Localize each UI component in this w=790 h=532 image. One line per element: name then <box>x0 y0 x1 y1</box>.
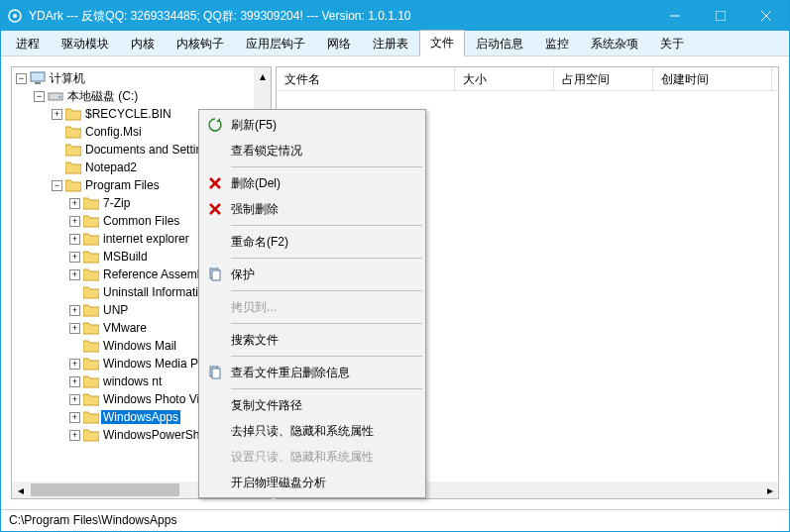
menu-separator <box>231 166 422 167</box>
scroll-left-button[interactable]: ◂ <box>12 481 29 498</box>
window-title: YDArk --- 反馈QQ: 3269334485; QQ群: 3993092… <box>29 8 652 25</box>
menu-item[interactable]: 复制文件路径 <box>201 392 423 418</box>
toggle-blank <box>52 145 62 156</box>
menu-item[interactable]: 开启物理磁盘分析 <box>201 470 423 495</box>
folder-icon <box>65 160 81 174</box>
expand-icon[interactable]: + <box>69 216 80 227</box>
tab-进程[interactable]: 进程 <box>5 31 51 56</box>
menu-item-label: 查看锁定情况 <box>231 143 302 160</box>
tree-node-label: VMware <box>101 321 149 335</box>
expand-icon[interactable]: + <box>69 234 80 245</box>
folder-icon <box>48 89 63 103</box>
menu-item[interactable]: 保护 <box>201 262 423 287</box>
tree-node[interactable]: −本地磁盘 (C:) <box>12 87 271 105</box>
menu-item-label: 强制删除 <box>231 201 279 218</box>
tree-node-label: Program Files <box>83 178 162 192</box>
toggle-blank <box>69 341 80 352</box>
menu-item-label: 设置只读、隐藏和系统属性 <box>231 449 374 466</box>
tree-node-label: Common Files <box>101 214 181 228</box>
menu-item[interactable]: 查看文件重启删除信息 <box>201 360 423 385</box>
tree-node-label: internet explorer <box>101 232 191 246</box>
menu-item[interactable]: 搜索文件 <box>201 327 423 353</box>
expand-icon[interactable]: + <box>69 376 80 387</box>
folder-icon <box>30 71 46 85</box>
tab-内核钩子[interactable]: 内核钩子 <box>166 31 235 56</box>
menu-separator <box>231 388 422 389</box>
status-bar: C:\Program Files\WindowsApps <box>1 509 789 531</box>
menu-item[interactable]: 刷新(F5) <box>201 112 423 138</box>
collapse-icon[interactable]: − <box>34 91 45 102</box>
delete-icon <box>207 201 223 217</box>
tree-node[interactable]: −计算机 <box>12 69 271 87</box>
tab-启动信息[interactable]: 启动信息 <box>465 31 534 56</box>
tab-文件[interactable]: 文件 <box>419 30 465 56</box>
menu-item-label: 重命名(F2) <box>231 234 288 251</box>
folder-icon <box>83 250 99 264</box>
tree-node-label: WindowsPowerShell <box>101 428 213 442</box>
folder-icon <box>83 303 99 317</box>
menu-item[interactable]: 查看锁定情况 <box>201 138 423 163</box>
close-button[interactable] <box>743 1 789 31</box>
tree-node-label: MSBuild <box>101 250 150 264</box>
expand-icon[interactable]: + <box>69 394 80 405</box>
tree-node-label: WindowsApps <box>101 410 180 424</box>
svg-rect-3 <box>716 11 726 21</box>
expand-icon[interactable]: + <box>69 323 80 334</box>
folder-icon <box>83 321 99 335</box>
expand-icon[interactable]: + <box>69 198 80 209</box>
menu-item-label: 刷新(F5) <box>231 117 277 134</box>
tab-内核[interactable]: 内核 <box>120 31 166 56</box>
copy-icon <box>207 266 223 282</box>
maximize-button[interactable] <box>698 1 743 31</box>
tree-node-label: Notepad2 <box>83 160 139 174</box>
tab-关于[interactable]: 关于 <box>649 31 695 56</box>
toggle-blank <box>52 162 62 173</box>
menu-separator <box>231 356 422 357</box>
menu-separator <box>231 258 422 259</box>
copy-icon <box>207 365 223 380</box>
scroll-thumb[interactable] <box>31 483 179 496</box>
minimize-button[interactable] <box>652 1 698 31</box>
gear-icon <box>7 8 23 24</box>
folder-icon <box>65 125 81 139</box>
expand-icon[interactable]: + <box>69 430 80 441</box>
scroll-up-button[interactable]: ▴ <box>254 67 271 84</box>
folder-icon <box>65 143 81 157</box>
tree-node-label: 本地磁盘 (C:) <box>65 88 140 105</box>
expand-icon[interactable]: + <box>52 109 62 120</box>
menu-item[interactable]: 重命名(F2) <box>201 229 423 255</box>
tree-node-label: UNP <box>101 303 130 317</box>
tree-node-label: Windows Mail <box>101 339 178 353</box>
expand-icon[interactable]: + <box>69 305 80 316</box>
column-header[interactable]: 大小 <box>455 67 554 90</box>
folder-icon <box>83 428 99 442</box>
menu-item[interactable]: 去掉只读、隐藏和系统属性 <box>201 418 423 444</box>
collapse-icon[interactable]: − <box>52 180 62 191</box>
folder-icon <box>83 339 99 353</box>
column-header[interactable]: 占用空间 <box>554 67 653 90</box>
expand-icon[interactable]: + <box>69 359 80 370</box>
column-header[interactable]: 文件名 <box>277 67 455 90</box>
folder-icon <box>83 267 99 281</box>
tab-驱动模块[interactable]: 驱动模块 <box>51 31 120 56</box>
menu-item[interactable]: 强制删除 <box>201 196 423 222</box>
collapse-icon[interactable]: − <box>16 73 27 84</box>
tab-应用层钩子[interactable]: 应用层钩子 <box>235 31 316 56</box>
menu-item[interactable]: 删除(Del) <box>201 170 423 196</box>
toggle-blank <box>69 287 80 298</box>
tab-注册表[interactable]: 注册表 <box>362 31 419 56</box>
expand-icon[interactable]: + <box>69 252 80 263</box>
menu-item-label: 搜索文件 <box>231 332 279 349</box>
tab-监控[interactable]: 监控 <box>534 31 580 56</box>
tab-bar: 进程驱动模块内核内核钩子应用层钩子网络注册表文件启动信息监控系统杂项关于 <box>1 31 789 56</box>
column-header[interactable]: 创建时间 <box>653 67 772 90</box>
tree-node-label: windows nt <box>101 374 164 388</box>
expand-icon[interactable]: + <box>69 269 80 280</box>
expand-icon[interactable]: + <box>69 412 80 423</box>
app-window: YDArk --- 反馈QQ: 3269334485; QQ群: 3993092… <box>0 0 790 532</box>
scroll-right-button[interactable]: ▸ <box>761 481 778 498</box>
menu-item-label: 开启物理磁盘分析 <box>231 475 326 491</box>
tab-网络[interactable]: 网络 <box>316 31 362 56</box>
svg-rect-7 <box>35 82 41 84</box>
tab-系统杂项[interactable]: 系统杂项 <box>580 31 649 56</box>
